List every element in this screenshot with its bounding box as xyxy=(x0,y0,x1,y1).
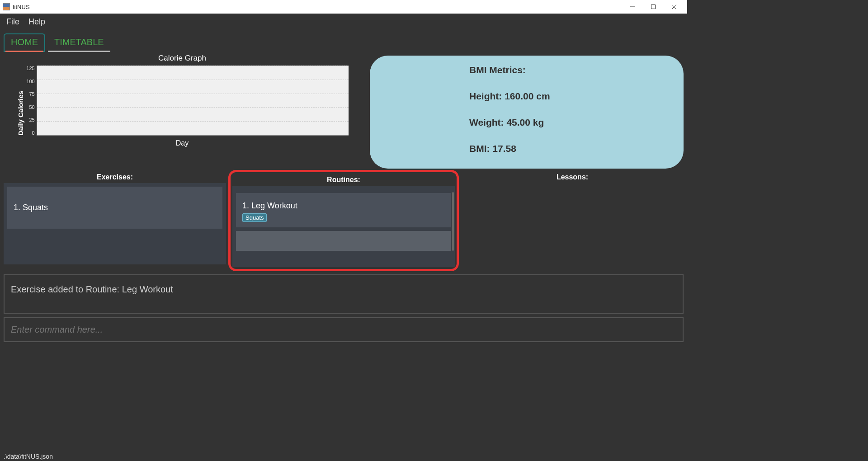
minimize-button[interactable] xyxy=(622,0,643,14)
exercises-list: 1. Squats xyxy=(4,183,226,264)
bmi-value: BMI: 17.58 xyxy=(469,143,670,154)
bmi-weight: Weight: 45.00 kg xyxy=(469,117,670,128)
ytick: 100 xyxy=(26,79,34,84)
routines-list: 1. Leg Workout Squats xyxy=(232,186,455,267)
ytick: 0 xyxy=(32,130,35,136)
exercises-header: Exercises: xyxy=(4,171,226,183)
calorie-chart: Calorie Graph Daily Calories 125 100 75 … xyxy=(4,54,361,147)
routine-empty-slot xyxy=(236,231,451,251)
chart-xlabel: Day xyxy=(176,139,189,147)
lessons-header: Lessons: xyxy=(461,171,684,183)
window-controls xyxy=(622,0,684,14)
chart-yticks: 125 100 75 50 25 0 xyxy=(24,66,36,136)
menu-file[interactable]: File xyxy=(6,17,19,27)
tab-inactive-underline xyxy=(48,51,110,52)
tab-active-underline xyxy=(5,51,43,52)
ytick: 125 xyxy=(26,66,34,71)
routine-item[interactable]: 1. Leg Workout Squats xyxy=(236,193,451,227)
result-message-text: Exercise added to Routine: Leg Workout xyxy=(11,284,173,294)
ytick: 25 xyxy=(29,117,34,122)
routine-title: 1. Leg Workout xyxy=(242,201,445,211)
result-message: Exercise added to Routine: Leg Workout xyxy=(4,274,684,314)
routines-column: Routines: 1. Leg Workout Squats xyxy=(230,171,458,270)
tab-timetable[interactable]: TIMETABLE xyxy=(47,33,111,52)
routines-header: Routines: xyxy=(232,174,455,186)
app-icon xyxy=(3,3,10,10)
bmi-header: BMI Metrics: xyxy=(469,65,670,75)
chart-plot-area xyxy=(37,66,349,136)
window-title: fitNUS xyxy=(13,4,30,10)
scrollbar[interactable] xyxy=(452,192,454,251)
maximize-button[interactable] xyxy=(643,0,664,14)
chart-ylabel: Daily Calories xyxy=(16,66,24,136)
ytick: 75 xyxy=(29,91,34,97)
menubar: File Help xyxy=(0,14,687,30)
tab-home[interactable]: HOME xyxy=(4,33,45,52)
routine-tag: Squats xyxy=(242,213,267,222)
bmi-metrics-card: BMI Metrics: Height: 160.00 cm Weight: 4… xyxy=(370,56,684,169)
menu-help[interactable]: Help xyxy=(28,17,45,27)
exercise-label: 1. Squats xyxy=(14,203,48,212)
exercises-column: Exercises: 1. Squats xyxy=(4,171,226,270)
close-button[interactable] xyxy=(664,0,684,14)
exercise-item[interactable]: 1. Squats xyxy=(7,187,222,229)
window-titlebar: fitNUS xyxy=(0,0,687,14)
lessons-column: Lessons: xyxy=(461,171,684,270)
bmi-height: Height: 160.00 cm xyxy=(469,91,670,102)
command-input[interactable] xyxy=(11,325,676,335)
chart-title: Calorie Graph xyxy=(158,54,206,63)
command-box xyxy=(4,317,684,342)
tab-timetable-label: TIMETABLE xyxy=(54,37,104,47)
tabbar: HOME TIMETABLE xyxy=(0,30,687,52)
tab-home-label: HOME xyxy=(11,37,38,47)
svg-rect-1 xyxy=(651,5,656,9)
lessons-list xyxy=(461,183,684,264)
ytick: 50 xyxy=(29,104,34,110)
